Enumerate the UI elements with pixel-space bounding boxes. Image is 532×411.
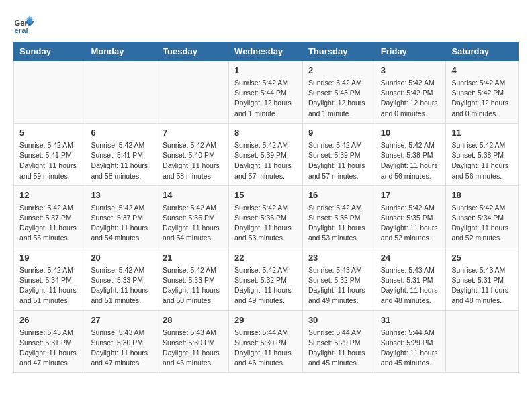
day-number: 31 (381, 315, 441, 325)
day-detail: Sunrise: 5:43 AM Sunset: 5:31 PM Dayligh… (19, 328, 79, 369)
day-detail: Sunrise: 5:43 AM Sunset: 5:30 PM Dayligh… (163, 328, 223, 369)
calendar-cell: 20Sunrise: 5:42 AM Sunset: 5:33 PM Dayli… (85, 248, 157, 310)
day-detail: Sunrise: 5:42 AM Sunset: 5:38 PM Dayligh… (451, 140, 513, 181)
day-detail: Sunrise: 5:42 AM Sunset: 5:38 PM Dayligh… (381, 140, 441, 181)
day-detail: Sunrise: 5:42 AM Sunset: 5:40 PM Dayligh… (163, 140, 223, 181)
calendar-cell: 30Sunrise: 5:44 AM Sunset: 5:29 PM Dayli… (302, 310, 375, 373)
day-number: 23 (308, 253, 369, 263)
day-detail: Sunrise: 5:43 AM Sunset: 5:31 PM Dayligh… (451, 265, 513, 306)
calendar-cell: 3Sunrise: 5:42 AM Sunset: 5:42 PM Daylig… (375, 61, 446, 124)
day-number: 20 (91, 253, 151, 263)
calendar-cell: 14Sunrise: 5:42 AM Sunset: 5:36 PM Dayli… (157, 185, 229, 248)
day-detail: Sunrise: 5:42 AM Sunset: 5:33 PM Dayligh… (91, 265, 151, 306)
day-detail: Sunrise: 5:42 AM Sunset: 5:41 PM Dayligh… (19, 140, 79, 181)
day-number: 13 (91, 190, 151, 200)
calendar-cell (157, 61, 229, 124)
day-detail: Sunrise: 5:42 AM Sunset: 5:41 PM Dayligh… (91, 140, 151, 181)
day-number: 4 (451, 65, 513, 75)
day-number: 25 (451, 253, 513, 263)
week-row-3: 12Sunrise: 5:42 AM Sunset: 5:37 PM Dayli… (14, 185, 519, 248)
day-detail: Sunrise: 5:42 AM Sunset: 5:35 PM Dayligh… (381, 203, 441, 244)
day-detail: Sunrise: 5:43 AM Sunset: 5:31 PM Dayligh… (381, 265, 441, 306)
weekday-header-friday: Friday (375, 42, 446, 61)
calendar-cell: 19Sunrise: 5:42 AM Sunset: 5:34 PM Dayli… (14, 248, 85, 310)
calendar-cell (446, 310, 519, 373)
calendar-cell: 24Sunrise: 5:43 AM Sunset: 5:31 PM Dayli… (375, 248, 446, 310)
calendar-cell: 2Sunrise: 5:42 AM Sunset: 5:43 PM Daylig… (302, 61, 375, 124)
calendar-table: SundayMondayTuesdayWednesdayThursdayFrid… (13, 42, 519, 373)
day-detail: Sunrise: 5:42 AM Sunset: 5:34 PM Dayligh… (19, 265, 79, 306)
day-detail: Sunrise: 5:42 AM Sunset: 5:36 PM Dayligh… (163, 203, 223, 244)
weekday-header-row: SundayMondayTuesdayWednesdayThursdayFrid… (14, 42, 519, 61)
calendar-cell: 27Sunrise: 5:43 AM Sunset: 5:30 PM Dayli… (85, 310, 157, 373)
calendar-cell: 31Sunrise: 5:44 AM Sunset: 5:29 PM Dayli… (375, 310, 446, 373)
calendar-cell: 9Sunrise: 5:42 AM Sunset: 5:39 PM Daylig… (302, 123, 375, 185)
day-detail: Sunrise: 5:42 AM Sunset: 5:35 PM Dayligh… (308, 203, 369, 244)
day-number: 1 (234, 65, 297, 75)
day-number: 15 (234, 190, 297, 200)
calendar-cell: 17Sunrise: 5:42 AM Sunset: 5:35 PM Dayli… (375, 185, 446, 248)
day-detail: Sunrise: 5:42 AM Sunset: 5:44 PM Dayligh… (234, 78, 297, 119)
calendar-cell (14, 61, 85, 124)
day-detail: Sunrise: 5:42 AM Sunset: 5:42 PM Dayligh… (451, 78, 513, 119)
weekday-header-sunday: Sunday (14, 42, 85, 61)
calendar-cell: 23Sunrise: 5:43 AM Sunset: 5:32 PM Dayli… (302, 248, 375, 310)
day-detail: Sunrise: 5:42 AM Sunset: 5:42 PM Dayligh… (381, 78, 441, 119)
day-detail: Sunrise: 5:42 AM Sunset: 5:34 PM Dayligh… (451, 203, 513, 244)
day-number: 8 (234, 128, 297, 138)
calendar-cell: 21Sunrise: 5:42 AM Sunset: 5:33 PM Dayli… (157, 248, 229, 310)
weekday-header-wednesday: Wednesday (229, 42, 303, 61)
logo: Gen eral (13, 13, 38, 35)
day-detail: Sunrise: 5:42 AM Sunset: 5:43 PM Dayligh… (308, 78, 369, 119)
day-detail: Sunrise: 5:42 AM Sunset: 5:37 PM Dayligh… (91, 203, 151, 244)
calendar-cell: 11Sunrise: 5:42 AM Sunset: 5:38 PM Dayli… (446, 123, 519, 185)
calendar-cell: 26Sunrise: 5:43 AM Sunset: 5:31 PM Dayli… (14, 310, 85, 373)
calendar-cell: 22Sunrise: 5:42 AM Sunset: 5:32 PM Dayli… (229, 248, 303, 310)
day-detail: Sunrise: 5:42 AM Sunset: 5:32 PM Dayligh… (234, 265, 297, 306)
calendar-cell: 1Sunrise: 5:42 AM Sunset: 5:44 PM Daylig… (229, 61, 303, 124)
day-number: 9 (308, 128, 369, 138)
day-number: 26 (19, 315, 79, 325)
week-row-1: 1Sunrise: 5:42 AM Sunset: 5:44 PM Daylig… (14, 61, 519, 124)
calendar-cell: 4Sunrise: 5:42 AM Sunset: 5:42 PM Daylig… (446, 61, 519, 124)
week-row-5: 26Sunrise: 5:43 AM Sunset: 5:31 PM Dayli… (14, 310, 519, 373)
day-detail: Sunrise: 5:44 AM Sunset: 5:29 PM Dayligh… (308, 328, 369, 369)
day-detail: Sunrise: 5:42 AM Sunset: 5:39 PM Dayligh… (234, 140, 297, 181)
day-number: 16 (308, 190, 369, 200)
calendar-cell: 10Sunrise: 5:42 AM Sunset: 5:38 PM Dayli… (375, 123, 446, 185)
day-number: 14 (163, 190, 223, 200)
day-number: 7 (163, 128, 223, 138)
calendar-cell: 25Sunrise: 5:43 AM Sunset: 5:31 PM Dayli… (446, 248, 519, 310)
day-detail: Sunrise: 5:44 AM Sunset: 5:30 PM Dayligh… (234, 328, 297, 369)
week-row-2: 5Sunrise: 5:42 AM Sunset: 5:41 PM Daylig… (14, 123, 519, 185)
calendar-cell: 5Sunrise: 5:42 AM Sunset: 5:41 PM Daylig… (14, 123, 85, 185)
day-number: 11 (451, 128, 513, 138)
weekday-header-monday: Monday (85, 42, 157, 61)
day-number: 24 (381, 253, 441, 263)
calendar-cell: 6Sunrise: 5:42 AM Sunset: 5:41 PM Daylig… (85, 123, 157, 185)
calendar-cell: 16Sunrise: 5:42 AM Sunset: 5:35 PM Dayli… (302, 185, 375, 248)
day-number: 12 (19, 190, 79, 200)
calendar-cell: 13Sunrise: 5:42 AM Sunset: 5:37 PM Dayli… (85, 185, 157, 248)
calendar-cell: 18Sunrise: 5:42 AM Sunset: 5:34 PM Dayli… (446, 185, 519, 248)
day-detail: Sunrise: 5:43 AM Sunset: 5:30 PM Dayligh… (91, 328, 151, 369)
day-detail: Sunrise: 5:43 AM Sunset: 5:32 PM Dayligh… (308, 265, 369, 306)
calendar-cell: 15Sunrise: 5:42 AM Sunset: 5:36 PM Dayli… (229, 185, 303, 248)
logo-icon: Gen eral (13, 13, 35, 35)
weekday-header-saturday: Saturday (446, 42, 519, 61)
week-row-4: 19Sunrise: 5:42 AM Sunset: 5:34 PM Dayli… (14, 248, 519, 310)
weekday-header-thursday: Thursday (302, 42, 375, 61)
day-number: 29 (234, 315, 297, 325)
calendar-cell (85, 61, 157, 124)
day-number: 18 (451, 190, 513, 200)
day-number: 17 (381, 190, 441, 200)
weekday-header-tuesday: Tuesday (157, 42, 229, 61)
day-detail: Sunrise: 5:42 AM Sunset: 5:33 PM Dayligh… (163, 265, 223, 306)
day-number: 2 (308, 65, 369, 75)
page-header: Gen eral (13, 13, 519, 35)
day-number: 28 (163, 315, 223, 325)
svg-text:eral: eral (15, 26, 28, 34)
calendar-cell: 7Sunrise: 5:42 AM Sunset: 5:40 PM Daylig… (157, 123, 229, 185)
day-number: 27 (91, 315, 151, 325)
day-number: 19 (19, 253, 79, 263)
